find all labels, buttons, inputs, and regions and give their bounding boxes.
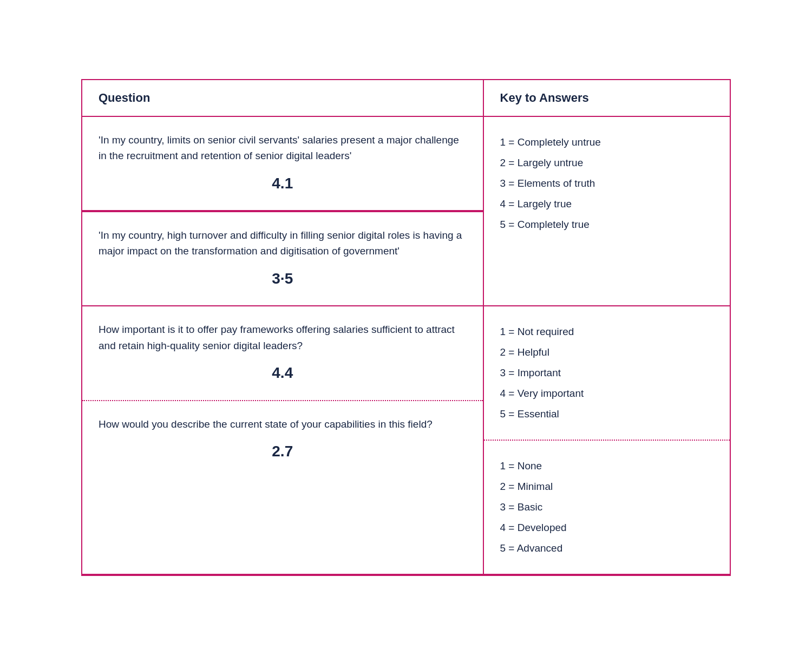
row-group-1: 'In my country, limits on senior civil s… [82,117,730,307]
question-3-text: How important is it to offer pay framewo… [99,324,455,351]
answer-key-3-item-4: 4 = Developed [500,518,713,538]
score-2: 3·5 [99,267,467,290]
question-1: 'In my country, limits on senior civil s… [82,117,483,211]
answer-key-2-item-3: 3 = Important [500,363,713,383]
main-table: Question Key to Answers 'In my country, … [81,79,731,577]
row2-left: How important is it to offer pay framewo… [82,306,484,574]
score-4: 2.7 [99,440,467,463]
question-4-text: How would you describe the current state… [99,418,433,430]
answer-key-1-item-2: 2 = Largely untrue [500,153,713,173]
answer-key-1-item-4: 4 = Largely true [500,194,713,214]
answer-key-1-item-3: 3 = Elements of truth [500,173,713,194]
answer-key-1: 1 = Completely untrue 2 = Largely untrue… [484,117,730,306]
answer-key-2-item-1: 1 = Not required [500,322,713,342]
table-header: Question Key to Answers [82,80,730,117]
answer-key-2-item-4: 4 = Very important [500,383,713,404]
row2-right: 1 = Not required 2 = Helpful 3 = Importa… [484,306,730,574]
header-answers: Key to Answers [484,80,730,116]
score-3: 4.4 [99,361,467,384]
answer-key-3-item-1: 1 = None [500,456,713,476]
answer-key-2-item-2: 2 = Helpful [500,342,713,363]
score-1: 4.1 [99,172,467,195]
question-3: How important is it to offer pay framewo… [82,306,483,399]
row-group-2: How important is it to offer pay framewo… [82,306,730,575]
answer-key-2-item-5: 5 = Essential [500,404,713,424]
question-2: 'In my country, high turnover and diffic… [82,211,483,305]
answer-key-3-item-5: 5 = Advanced [500,538,713,559]
answer-key-1-item-1: 1 = Completely untrue [500,132,713,153]
question-2-text: 'In my country, high turnover and diffic… [99,230,462,257]
row1-questions: 'In my country, limits on senior civil s… [82,117,484,306]
answer-key-3-item-2: 2 = Minimal [500,476,713,497]
answer-key-1-item-5: 5 = Completely true [500,214,713,235]
answer-key-3: 1 = None 2 = Minimal 3 = Basic 4 = Devel… [484,441,730,574]
answer-key-2: 1 = Not required 2 = Helpful 3 = Importa… [484,306,730,441]
question-4: How would you describe the current state… [82,401,483,479]
answer-key-3-item-3: 3 = Basic [500,497,713,518]
question-1-text: 'In my country, limits on senior civil s… [99,134,459,161]
header-question: Question [82,80,484,116]
